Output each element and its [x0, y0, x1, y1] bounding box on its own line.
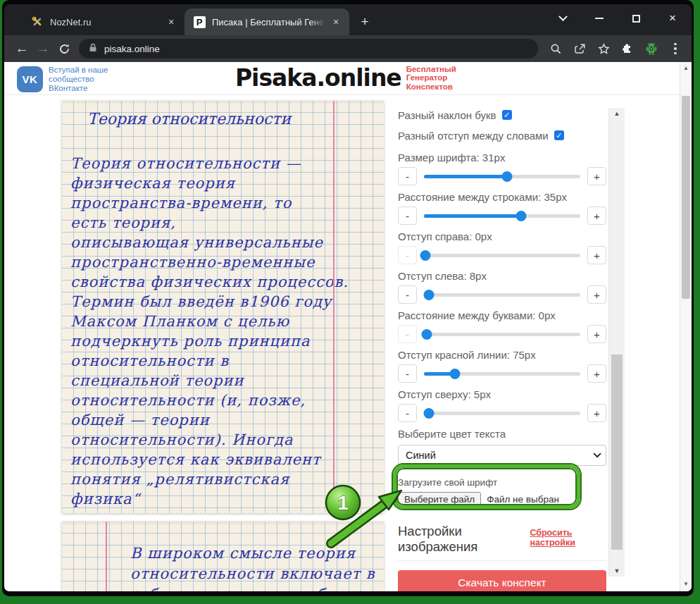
decrement-button[interactable]: -: [398, 404, 417, 422]
scroll-up-arrow[interactable]: ▲: [680, 65, 692, 71]
increment-button[interactable]: +: [587, 364, 606, 383]
close-icon[interactable]: ×: [330, 16, 342, 28]
check-icon: ✓: [504, 111, 510, 119]
decrement-button[interactable]: -: [398, 325, 417, 343]
tab-strip: NozNet.ru × P Писака | Бесплатный Генера…: [4, 4, 692, 35]
slider-thumb[interactable]: [501, 171, 512, 182]
address-bar[interactable]: pisaka.online: [79, 39, 538, 58]
increment-button[interactable]: +: [587, 167, 606, 185]
decrement-button[interactable]: -: [398, 285, 417, 304]
lock-icon: [89, 42, 97, 55]
handwritten-line: пространства-времени, то: [70, 193, 384, 213]
slider-group: Размер шрифта: 31px - +: [398, 152, 606, 185]
tools-icon: [31, 16, 44, 28]
window-close-button[interactable]: ×: [665, 11, 680, 26]
url-text: pisaka.online: [104, 44, 160, 54]
slider-fill: [424, 175, 507, 178]
reset-settings-link[interactable]: Сбросить настройки: [530, 528, 606, 548]
zoom-icon[interactable]: [545, 38, 566, 59]
scroll-down-arrow[interactable]: ▼: [609, 567, 625, 574]
slider-group: Отступ справа: 0px - +: [398, 230, 606, 264]
slider-track[interactable]: [424, 254, 580, 257]
image-settings-section: Настройки изображения Сбросить настройки…: [398, 524, 606, 591]
decrement-button[interactable]: -: [398, 364, 417, 383]
toggle-row: Разный отступ между словами ✓: [398, 128, 606, 143]
download-button[interactable]: Скачать конспект: [398, 570, 606, 591]
handwritten-line: Теория относительности —: [70, 154, 384, 173]
slider-track[interactable]: [424, 175, 580, 178]
handwritten-line: свойства физических процессов.: [70, 272, 384, 292]
handwritten-line: понятия „релятивистская: [70, 469, 384, 489]
slider-fill: [424, 214, 521, 218]
new-tab-button[interactable]: +: [355, 12, 375, 32]
minimize-button[interactable]: [592, 11, 607, 26]
slider-thumb[interactable]: [450, 369, 461, 379]
extensions-puzzle-icon[interactable]: [617, 38, 638, 59]
handwritten-line: используется как эквивалент: [70, 450, 384, 469]
back-button[interactable]: ←: [11, 38, 32, 59]
slider-thumb[interactable]: [423, 408, 434, 419]
slider-thumb[interactable]: [420, 250, 431, 261]
handwritten-line: Термин был введён в1906 году: [70, 292, 384, 312]
forward-button[interactable]: →: [32, 38, 54, 59]
tab-pisaka-active[interactable]: P Писака | Бесплатный Генератор ×: [185, 8, 349, 35]
slider-thumb[interactable]: [423, 290, 434, 300]
scrollbar-thumb[interactable]: [682, 96, 690, 299]
site-title: Pisaka.online: [235, 64, 401, 92]
selected-color-value: Синий: [406, 450, 436, 461]
slider-label: Размер шрифта: 31px: [398, 152, 606, 164]
slider-group: Отступ сверху: 5px - +: [398, 388, 606, 422]
text-color-label: Выберите цвет текста: [398, 428, 606, 440]
decrement-button[interactable]: -: [398, 246, 417, 264]
reload-button[interactable]: [54, 38, 75, 59]
handwritten-title: Теория относительности: [87, 110, 384, 128]
increment-button[interactable]: +: [587, 207, 606, 225]
handwritten-line: физическая теория: [70, 173, 384, 193]
slider-group: Отступ слева: 8px - +: [398, 270, 606, 304]
bookmark-star-icon[interactable]: [593, 38, 614, 59]
checkbox[interactable]: ✓: [554, 130, 564, 140]
decrement-button[interactable]: -: [398, 167, 417, 185]
chevron-down-icon[interactable]: [555, 11, 570, 26]
handwritten-sheet-2: В широком смысле теорияотносительности в…: [62, 522, 384, 591]
slider-track[interactable]: [424, 412, 580, 415]
increment-button[interactable]: +: [587, 246, 606, 264]
slider-track[interactable]: [424, 214, 580, 218]
decrement-button[interactable]: -: [398, 207, 417, 225]
toggle-row: Разный наклон букв ✓: [398, 107, 606, 123]
checkbox[interactable]: ✓: [502, 110, 512, 120]
close-icon[interactable]: ×: [165, 16, 177, 28]
choose-file-button[interactable]: Выберите файл: [398, 492, 481, 507]
increment-button[interactable]: +: [587, 285, 606, 304]
page-scrollbar[interactable]: ▲ ▼: [680, 62, 692, 591]
slider-track[interactable]: [424, 293, 580, 297]
font-upload-section: Загрузите свой шрифт Выберите файл Файл …: [398, 477, 606, 507]
scrollbar-thumb[interactable]: [611, 355, 623, 550]
increment-button[interactable]: +: [587, 404, 606, 422]
increment-button[interactable]: +: [587, 325, 606, 343]
handwritten-line: относительности в: [70, 351, 384, 371]
vk-logo: VK: [17, 66, 43, 92]
slider-group: Расстояние между буквами: 0px - +: [398, 309, 606, 343]
scroll-up-arrow[interactable]: ▲: [609, 110, 625, 117]
sidebar-scrollbar[interactable]: ▲ ▼: [608, 108, 625, 577]
slider-track[interactable]: [424, 333, 580, 336]
tab-noznet[interactable]: NozNet.ru ×: [23, 8, 185, 35]
browser-toolbar: ← → pisaka.online: [4, 35, 692, 62]
slider-thumb[interactable]: [515, 211, 526, 221]
handwritten-line: относительности (и, позже,: [70, 390, 384, 410]
toggle-label: Разный наклон букв: [398, 109, 496, 121]
slider-group: Отступ красной линии: 75px - +: [398, 349, 606, 383]
scroll-down-arrow[interactable]: ▼: [680, 581, 692, 587]
vk-community-link[interactable]: VK Вступай в наше сообщество ВКонтакте: [17, 66, 108, 93]
slider-thumb[interactable]: [422, 329, 432, 340]
toggle-label: Разный отступ между словами: [398, 130, 549, 142]
maximize-button[interactable]: [628, 11, 644, 26]
vk-link-text: Вступай в наше сообщество ВКонтакте: [49, 66, 108, 93]
profile-android-icon[interactable]: [641, 38, 662, 59]
text-color-select[interactable]: Синий: [398, 445, 606, 466]
margin-line: [106, 522, 107, 591]
slider-track[interactable]: [424, 372, 580, 376]
share-icon[interactable]: [569, 38, 590, 59]
menu-dots-icon[interactable]: [665, 38, 686, 59]
